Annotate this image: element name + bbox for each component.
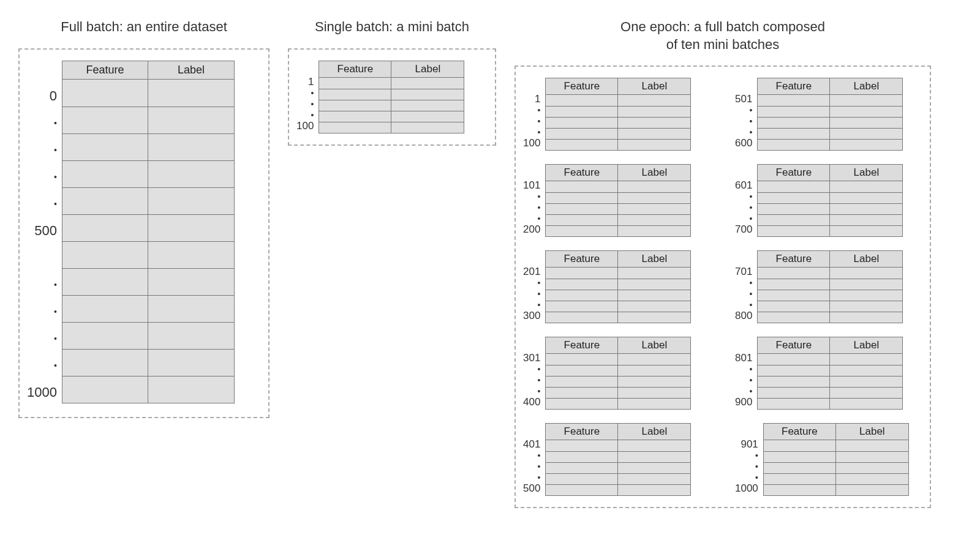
mini-batch-rownums: 401•••500 <box>523 423 545 494</box>
table-row <box>62 295 234 322</box>
mini-batch-rownums: 501•••600 <box>735 78 757 149</box>
mini-batch-rownums: 601•••700 <box>735 164 757 235</box>
mini-batch-table: 701•••800FeatureLabel <box>735 250 922 323</box>
col-feature: Feature <box>546 165 618 181</box>
table-row <box>546 290 690 301</box>
single-batch-rownums: 1•••100 <box>296 61 318 132</box>
epoch-grid-container: 1•••100FeatureLabel101•••200FeatureLabel… <box>523 78 922 496</box>
mini-batch-rownums: 101•••200 <box>523 164 545 235</box>
table-row <box>546 451 690 462</box>
table-row <box>758 279 902 290</box>
table-row <box>319 111 464 122</box>
table-row <box>546 440 690 451</box>
table-row <box>62 187 234 214</box>
mini-batch-rownums: 301•••400 <box>523 337 545 408</box>
table-row <box>319 100 464 111</box>
single-batch-body <box>319 78 464 133</box>
full-batch-table: 0••••500••••1000 Feature Label <box>27 61 261 406</box>
col-label: Label <box>618 424 690 440</box>
table-row <box>546 106 690 117</box>
table-row <box>764 440 908 451</box>
mini-batch-table: 1•••100FeatureLabel <box>523 78 710 151</box>
col-label: Label <box>830 165 902 181</box>
epoch-section: One epoch: a full batch composed of ten … <box>514 18 931 508</box>
table-row <box>546 387 690 398</box>
table-row <box>758 301 902 312</box>
mini-batch-table: 601•••700FeatureLabel <box>735 164 922 237</box>
single-batch-table: 1•••100 Feature Label <box>296 61 488 133</box>
col-feature: Feature <box>546 424 618 440</box>
single-batch-section: Single batch: a mini batch 1•••100 Featu… <box>288 18 496 146</box>
mini-batch-grid: FeatureLabel <box>757 250 903 323</box>
full-batch-box: 0••••500••••1000 Feature Label <box>18 48 270 418</box>
mini-batch-rownums: 701•••800 <box>735 250 757 321</box>
table-row <box>62 214 234 241</box>
table-row <box>546 473 690 484</box>
mini-batch-rownums: 1•••100 <box>523 78 545 149</box>
full-batch-section: Full batch: an entire dataset 0••••500••… <box>18 18 270 418</box>
table-row <box>319 78 464 89</box>
table-row <box>758 192 902 203</box>
col-label: Label <box>391 61 464 78</box>
col-label: Label <box>830 251 902 268</box>
table-row <box>62 349 234 376</box>
table-row <box>62 133 234 160</box>
table-row <box>546 128 690 139</box>
table-row <box>758 117 902 128</box>
full-batch-grid: Feature Label <box>62 61 235 403</box>
mini-batch-grid: FeatureLabel <box>545 78 691 151</box>
table-row <box>546 484 690 495</box>
mini-batch-rownums: 201•••300 <box>523 250 545 321</box>
table-row <box>546 214 690 225</box>
table-row <box>758 106 902 117</box>
col-label: Label <box>618 165 690 181</box>
mini-batch-grid: FeatureLabel <box>757 337 903 410</box>
mini-batch-grid: FeatureLabel <box>545 164 691 237</box>
table-row <box>758 268 902 279</box>
epoch-left-column: 1•••100FeatureLabel101•••200FeatureLabel… <box>523 78 710 496</box>
table-row <box>62 107 234 133</box>
table-row <box>62 80 234 107</box>
col-label: Label <box>836 424 908 440</box>
table-row <box>546 376 690 387</box>
table-row <box>764 473 908 484</box>
table-row <box>758 181 902 192</box>
table-row <box>62 160 234 187</box>
table-row <box>546 203 690 214</box>
mini-batch-grid: FeatureLabel <box>545 423 691 496</box>
epoch-title: One epoch: a full batch composed of ten … <box>514 18 931 53</box>
table-row <box>764 484 908 495</box>
table-row <box>546 95 690 106</box>
table-row <box>758 398 902 409</box>
mini-batch-grid: FeatureLabel <box>757 164 903 237</box>
col-feature: Feature <box>758 78 830 95</box>
mini-batch-table: 301•••400FeatureLabel <box>523 337 710 410</box>
diagram-root: Full batch: an entire dataset 0••••500••… <box>18 18 962 508</box>
table-row <box>758 354 902 365</box>
full-batch-rownums: 0••••500••••1000 <box>27 61 62 406</box>
mini-batch-grid: FeatureLabel <box>763 423 909 496</box>
col-label: Label <box>830 78 902 95</box>
epoch-box: 1•••100FeatureLabel101•••200FeatureLabel… <box>514 66 931 508</box>
col-label: Label <box>618 78 690 95</box>
single-batch-grid: Feature Label <box>318 61 464 133</box>
table-row <box>546 398 690 409</box>
col-feature: Feature <box>319 61 391 78</box>
table-row <box>546 225 690 236</box>
full-batch-title: Full batch: an entire dataset <box>18 18 270 36</box>
col-feature: Feature <box>546 78 618 95</box>
col-label: Label <box>148 61 234 80</box>
table-row <box>758 290 902 301</box>
table-row <box>758 376 902 387</box>
table-row <box>758 95 902 106</box>
mini-batch-table: 401•••500FeatureLabel <box>523 423 710 496</box>
table-row <box>62 376 234 403</box>
mini-batch-grid: FeatureLabel <box>545 250 691 323</box>
table-row <box>546 365 690 376</box>
table-row <box>764 462 908 473</box>
col-feature: Feature <box>758 251 830 268</box>
table-row <box>546 139 690 150</box>
col-label: Label <box>618 251 690 268</box>
table-row <box>758 225 902 236</box>
table-row <box>764 451 908 462</box>
